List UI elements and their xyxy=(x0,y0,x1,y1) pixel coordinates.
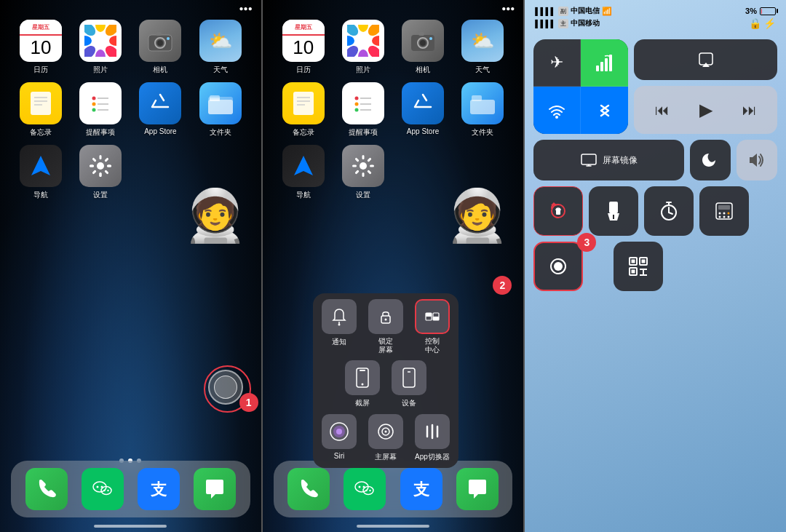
svg-rect-114 xyxy=(600,62,603,71)
menu-controlcenter[interactable]: 控制中心 xyxy=(412,299,453,354)
home-indicator-1 xyxy=(94,525,167,528)
cc-tile-grid: ✈ xyxy=(525,32,786,298)
svg-point-84 xyxy=(338,324,341,326)
lock-icon xyxy=(376,307,395,326)
svg-point-136 xyxy=(723,216,726,218)
app-photos-1[interactable]: 照片 xyxy=(74,20,127,75)
dock-wechat-2[interactable] xyxy=(344,468,386,510)
app-weather-label-2: 天气 xyxy=(475,65,490,75)
media-play[interactable]: ▶ xyxy=(699,100,712,120)
menu-homescreen[interactable]: 主屏幕 xyxy=(365,414,406,462)
cc-dnd[interactable] xyxy=(690,140,731,180)
app-navigation-1[interactable]: 导航 xyxy=(15,145,67,200)
app-files-1[interactable]: 文件夹 xyxy=(194,82,247,138)
app-photos-2[interactable]: 照片 xyxy=(337,20,389,75)
app-appstore-2[interactable]: App Store xyxy=(397,82,449,138)
dock-wechat-1[interactable] xyxy=(82,468,124,510)
svg-rect-34 xyxy=(105,157,109,162)
menu-controlcenter-label: 控制中心 xyxy=(425,337,440,354)
wechat-icon-2 xyxy=(352,477,377,501)
cc-timer[interactable] xyxy=(644,186,694,236)
svg-point-21 xyxy=(92,103,96,106)
cc-row2: 屏幕镜像 xyxy=(533,140,777,180)
app-reminders-1[interactable]: 提醒事项 xyxy=(74,82,127,138)
menu-appswitcher[interactable]: App切换器 xyxy=(412,414,453,462)
dock-phone-2[interactable] xyxy=(287,468,330,510)
menu-screenshot-label: 截屏 xyxy=(355,398,370,408)
dock-messages-2[interactable] xyxy=(456,468,499,510)
cc-volume[interactable] xyxy=(737,140,777,180)
menu-notification[interactable]: 通知 xyxy=(319,299,360,354)
app-navigation-2[interactable]: 导航 xyxy=(277,145,330,200)
svg-rect-75 xyxy=(362,155,364,159)
app-weather-1[interactable]: ⛅ 天气 xyxy=(194,20,247,75)
app-notes-2[interactable]: 备忘录 xyxy=(277,82,330,138)
dock-alipay-2[interactable]: 支 xyxy=(400,468,442,510)
cc-qr-scan[interactable] xyxy=(614,242,663,291)
menu-device[interactable]: 设备 xyxy=(389,360,429,408)
app-weather-2[interactable]: ⛅ 天气 xyxy=(456,20,509,75)
app-settings-1[interactable]: 设置 xyxy=(74,145,127,200)
app-reminders-2[interactable]: 提醒事项 xyxy=(337,82,389,138)
svg-rect-80 xyxy=(354,170,359,174)
svg-point-137 xyxy=(728,216,730,218)
svg-point-14 xyxy=(167,37,170,40)
cc-rotation-lock[interactable] xyxy=(533,186,583,236)
svg-point-133 xyxy=(723,213,726,215)
carrier-2: 中国移动 xyxy=(571,18,600,28)
signal-bars-2: ▌▌▌▌ xyxy=(535,20,555,28)
svg-point-86 xyxy=(385,319,387,321)
svg-rect-144 xyxy=(642,260,646,263)
cc-wifi[interactable] xyxy=(533,87,581,134)
dock-messages-1[interactable] xyxy=(194,468,236,510)
cc-screen-record[interactable] xyxy=(533,242,583,291)
menu-siri[interactable]: Siri xyxy=(319,414,360,462)
svg-point-4 xyxy=(95,49,106,57)
photos-flower-icon-2 xyxy=(347,25,379,57)
cc-airplane[interactable]: ✈ xyxy=(533,39,581,87)
svg-point-132 xyxy=(719,213,721,215)
phone-icon-2 xyxy=(296,477,321,501)
menu-lockscreen[interactable]: 锁定屏幕 xyxy=(365,299,406,354)
svg-point-68 xyxy=(354,103,358,106)
svg-rect-76 xyxy=(367,157,371,162)
svg-point-48 xyxy=(358,25,368,32)
app-reminders-label-2: 提醒事项 xyxy=(349,127,378,138)
cc-cellular[interactable] xyxy=(581,39,628,87)
app-files-2[interactable]: 文件夹 xyxy=(456,82,509,138)
svg-rect-87 xyxy=(426,313,432,317)
app-photos-label-1: 照片 xyxy=(93,65,108,75)
camera-icon xyxy=(148,30,172,52)
panel-3: ▌▌▌▌ 副 中国电信 📶 3% ▌▌▌▌ 主 中国移动 🔒 ⚡ xyxy=(523,0,786,532)
svg-point-45 xyxy=(103,490,105,491)
cc-row3 xyxy=(533,186,777,236)
calculator-icon xyxy=(714,201,734,221)
cc-bluetooth[interactable] xyxy=(581,87,628,134)
svg-point-2 xyxy=(109,36,116,46)
battery-icon xyxy=(760,7,776,15)
svg-rect-145 xyxy=(632,270,635,274)
app-calendar-1[interactable]: 星期五 10 日历 xyxy=(15,20,67,75)
app-notes-1[interactable]: 备忘录 xyxy=(15,82,67,138)
cc-screen-mirror[interactable]: 屏幕镜像 xyxy=(533,140,684,180)
battery-percent: 3% xyxy=(745,7,757,15)
cc-airplay[interactable] xyxy=(634,39,777,80)
svg-rect-113 xyxy=(596,65,599,71)
dock-phone-1[interactable] xyxy=(25,468,68,510)
menu-screenshot[interactable]: 截屏 xyxy=(342,360,383,408)
cc-calculator[interactable] xyxy=(699,186,749,236)
media-forward[interactable]: ⏭ xyxy=(742,102,757,119)
app-calendar-2[interactable]: 星期五 10 日历 xyxy=(277,20,330,75)
app-camera-label-1: 相机 xyxy=(153,65,167,75)
cc-flashlight[interactable] xyxy=(589,186,638,236)
dock-1: 支 xyxy=(11,461,250,517)
app-settings-2[interactable]: 设置 xyxy=(337,145,389,200)
controlcenter-icon xyxy=(423,307,442,326)
app-camera-1[interactable]: 相机 xyxy=(134,20,186,75)
app-camera-2[interactable]: 相机 xyxy=(397,20,449,75)
files-icon-2 xyxy=(469,91,496,116)
dock-alipay-1[interactable]: 支 xyxy=(138,468,180,510)
portrait-lock-icon: 🔒 xyxy=(749,17,761,29)
app-appstore-1[interactable]: App Store xyxy=(134,82,186,138)
media-rewind[interactable]: ⏮ xyxy=(655,102,670,119)
